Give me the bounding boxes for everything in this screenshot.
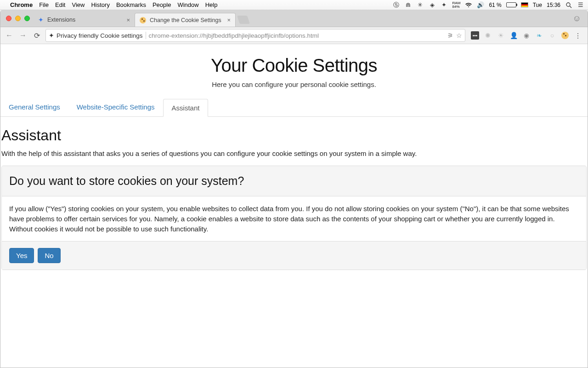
forward-button[interactable]: →: [18, 30, 28, 40]
tab-title: Change the Cookie Settings: [150, 17, 221, 23]
window-zoom-button[interactable]: [24, 16, 30, 21]
browser-tab-cookie-settings[interactable]: Change the Cookie Settings ×: [135, 13, 236, 27]
volume-icon[interactable]: 🔊: [477, 1, 484, 9]
settings-tabs: General Settings Website-Specific Settin…: [0, 98, 588, 117]
menu-history[interactable]: History: [91, 1, 109, 8]
ext-person-icon[interactable]: 👤: [509, 31, 518, 40]
chrome-window: ✦Extensions × Change the Cookie Settings…: [0, 10, 588, 368]
url-text: chrome-extension://hjbjfbeddfipdhjlejlea…: [149, 32, 319, 39]
ext-grid-icon[interactable]: •••: [471, 31, 479, 40]
tab-strip: ✦Extensions × Change the Cookie Settings…: [0, 10, 588, 27]
menu-bookmarks[interactable]: Bookmarks: [116, 1, 146, 8]
ext-leaf-icon[interactable]: ❧: [535, 31, 543, 40]
translate-icon[interactable]: ⚞: [447, 32, 453, 39]
wifi-signal-icon[interactable]: ◈: [429, 1, 436, 9]
notification-center-icon[interactable]: ☰: [577, 1, 584, 9]
panel-body-text: If you allow ("Yes") storing cookies on …: [2, 196, 586, 241]
battery-percent: 61 %: [489, 2, 501, 8]
menu-help[interactable]: Help: [205, 1, 218, 8]
extension-puzzle-icon: ✦: [49, 32, 54, 39]
avast-icon[interactable]: ✳: [417, 1, 424, 9]
menu-file[interactable]: File: [39, 1, 49, 8]
tab-website-specific-settings[interactable]: Website-Specific Settings: [68, 98, 163, 116]
cookie-icon: [140, 17, 146, 23]
ext-cookie-icon[interactable]: [561, 31, 569, 40]
macos-menubar: Chrome File Edit View History Bookmarks …: [0, 0, 588, 10]
evernote-icon[interactable]: ✦: [441, 1, 448, 9]
app-menu[interactable]: Chrome: [10, 1, 33, 8]
svg-point-0: [566, 3, 570, 6]
browser-tab-extensions[interactable]: ✦Extensions ×: [34, 13, 135, 27]
tab-close-button[interactable]: ×: [227, 17, 231, 23]
tab-close-button[interactable]: ×: [126, 17, 130, 23]
site-identity-label: Privacy friendly Cookie settings: [57, 32, 143, 39]
menu-window[interactable]: Window: [177, 1, 198, 8]
ext-globe-icon[interactable]: ◉: [522, 31, 531, 40]
menu-people[interactable]: People: [153, 1, 171, 8]
extension-icons: ••• ✺ ☀ 👤 ◉ ❧ ○ ⋯: [469, 31, 584, 40]
skype-icon[interactable]: Ⓢ: [393, 1, 400, 9]
clock-time[interactable]: 15:36: [547, 2, 560, 8]
tab-title: Extensions: [47, 17, 75, 23]
panel-footer: Yes No: [2, 241, 586, 270]
headphones-icon[interactable]: ⋒: [405, 1, 412, 9]
ext-bell-icon[interactable]: ✺: [484, 31, 492, 40]
ram-monitor[interactable]: RAM84%: [452, 1, 461, 9]
browser-toolbar: ← → ⟳ ✦ Privacy friendly Cookie settings…: [0, 27, 588, 44]
no-button[interactable]: No: [38, 248, 60, 263]
new-tab-button[interactable]: [237, 16, 250, 24]
section-heading: Assistant: [1, 127, 588, 144]
profile-avatar-button[interactable]: ☺: [573, 14, 581, 23]
menu-view[interactable]: View: [72, 1, 85, 8]
window-minimize-button[interactable]: [15, 16, 21, 21]
ext-sun-icon[interactable]: ☀: [497, 31, 505, 40]
page-subtitle: Here you can configure your personal coo…: [0, 80, 588, 88]
page-title: Your Cookie Settings: [0, 55, 588, 76]
reload-button[interactable]: ⟳: [32, 30, 42, 40]
wifi-icon[interactable]: [465, 1, 472, 9]
spotlight-icon[interactable]: [565, 1, 572, 9]
section-lead-text: With the help of this assistant that ask…: [1, 150, 587, 157]
back-button[interactable]: ←: [4, 30, 14, 40]
yes-button[interactable]: Yes: [9, 248, 34, 263]
panel-question: Do you want to store cookies on your sys…: [2, 166, 586, 196]
ext-circle-icon[interactable]: ○: [548, 31, 556, 40]
chrome-menu-button[interactable]: ⋯: [574, 31, 582, 40]
window-close-button[interactable]: [6, 16, 11, 21]
svg-line-1: [570, 6, 571, 8]
tab-general-settings[interactable]: General Settings: [0, 98, 68, 116]
window-controls: [3, 16, 34, 27]
page-content: Your Cookie Settings Here you can config…: [0, 55, 588, 270]
assistant-panel: Do you want to store cookies on your sys…: [1, 166, 587, 270]
puzzle-icon: ✦: [38, 16, 44, 23]
clock-day[interactable]: Tue: [533, 2, 542, 8]
menu-edit[interactable]: Edit: [55, 1, 65, 8]
bookmark-star-icon[interactable]: ☆: [456, 32, 462, 39]
tab-assistant[interactable]: Assistant: [163, 99, 209, 117]
input-source-flag-icon[interactable]: [521, 2, 528, 7]
battery-icon[interactable]: [506, 2, 516, 7]
address-bar[interactable]: ✦ Privacy friendly Cookie settings chrom…: [45, 29, 465, 42]
